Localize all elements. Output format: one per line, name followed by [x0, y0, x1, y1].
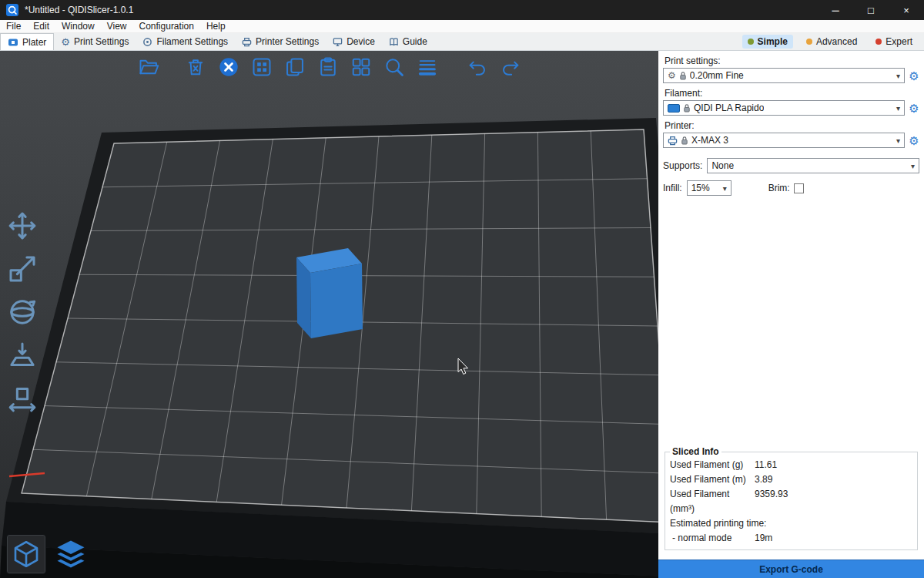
titlebar: *Untitled - QIDISlicer-1.0.1 ─ □ ×: [0, 0, 924, 20]
open-project-icon[interactable]: [137, 55, 160, 79]
simple-mode-dot-icon: [748, 39, 754, 45]
tab-plater[interactable]: Plater: [0, 33, 54, 50]
viewport-3d[interactable]: [0, 51, 658, 578]
menu-window[interactable]: Window: [55, 20, 101, 32]
menu-configuration[interactable]: Configuration: [133, 20, 200, 32]
menu-view[interactable]: View: [101, 20, 133, 32]
scene-canvas[interactable]: [0, 51, 658, 578]
preview-view-icon[interactable]: [51, 534, 91, 574]
print-settings-value: 0.20mm Fine: [690, 70, 744, 81]
split-to-parts-icon[interactable]: [350, 55, 373, 79]
menu-edit[interactable]: Edit: [27, 20, 55, 32]
tab-label: Device: [346, 36, 375, 47]
edit-print-settings-gear-icon[interactable]: ⚙: [907, 70, 921, 82]
mode-label: Advanced: [816, 36, 857, 47]
menubar: File Edit Window View Configuration Help: [0, 20, 924, 33]
infill-combo[interactable]: 15% ▾: [687, 180, 732, 196]
edit-filament-gear-icon[interactable]: ⚙: [907, 102, 921, 114]
rotate-icon[interactable]: [5, 294, 40, 330]
chevron-down-icon: ▾: [911, 162, 915, 170]
sliced-info-row: Used Filament (m) 3.89: [670, 472, 912, 487]
print-settings-combo[interactable]: ⚙ 0.20mm Fine ▾: [663, 68, 905, 83]
advanced-mode-dot-icon: [806, 39, 812, 45]
app-icon: [6, 4, 18, 16]
menu-file[interactable]: File: [0, 20, 27, 32]
move-icon[interactable]: [5, 208, 40, 244]
lock-icon: [680, 72, 686, 80]
close-icon[interactable]: ×: [889, 0, 924, 20]
filament-label: Filament:: [665, 88, 918, 99]
delete-all-icon[interactable]: [217, 55, 240, 79]
supports-combo[interactable]: None ▾: [707, 158, 919, 173]
printer-combo[interactable]: X-MAX 3 ▾: [663, 133, 905, 148]
tab-label: Printer Settings: [256, 36, 319, 47]
menu-help[interactable]: Help: [200, 20, 232, 32]
supports-value: None: [711, 160, 734, 171]
filament-combo[interactable]: QIDI PLA Rapido ▾: [663, 100, 905, 116]
paste-icon[interactable]: [316, 55, 340, 79]
mode-label: Expert: [886, 36, 912, 47]
chevron-down-icon: ▾: [896, 104, 900, 113]
minimize-icon[interactable]: ─: [818, 0, 853, 20]
infill-value: 15%: [691, 183, 710, 193]
supports-label: Supports:: [663, 160, 702, 171]
sliced-info-box: Sliced Info Used Filament (g) 11.61 Used…: [665, 446, 918, 550]
brim-label: Brim:: [768, 183, 790, 193]
undo-icon[interactable]: [466, 55, 489, 79]
chevron-down-icon: ▾: [896, 72, 900, 80]
brim-checkbox[interactable]: [794, 183, 804, 193]
tab-filament-settings[interactable]: Filament Settings: [136, 33, 235, 50]
tab-device[interactable]: Device: [326, 33, 382, 50]
variable-layer-height-icon[interactable]: [416, 55, 439, 79]
mode-selector: Simple Advanced Expert: [742, 33, 924, 50]
copy-icon[interactable]: [283, 55, 306, 79]
export-gcode-button[interactable]: Export G-code: [658, 560, 924, 578]
gizmo-toolbar: [5, 208, 40, 416]
delete-icon[interactable]: [184, 55, 207, 79]
mode-label: Simple: [758, 36, 788, 47]
sliced-info-row: Used Filament (mm³) 9359.93: [670, 487, 912, 516]
arrange-icon[interactable]: [250, 55, 273, 79]
plater-icon: [8, 37, 18, 48]
filament-value: QIDI PLA Rapido: [694, 102, 764, 113]
window-title: *Untitled - QIDISlicer-1.0.1: [25, 5, 133, 15]
filament-spool-icon: [142, 37, 152, 47]
tab-printer-settings[interactable]: Printer Settings: [235, 33, 326, 50]
chevron-down-icon: ▾: [723, 184, 727, 193]
tabbar: Plater ⚙ Print Settings Filament Setting…: [0, 33, 924, 51]
settings-panel: Print settings: ⚙ 0.20mm Fine ▾ ⚙ Filame…: [658, 51, 924, 578]
cube-front-face: [310, 264, 363, 338]
tab-guide[interactable]: Guide: [382, 33, 434, 50]
infill-label: Infill:: [663, 183, 682, 193]
printer-value: X-MAX 3: [691, 135, 728, 146]
filament-color-swatch: [668, 104, 680, 113]
measure-icon[interactable]: [5, 381, 40, 416]
expert-mode-dot-icon: [875, 39, 882, 45]
book-icon: [389, 37, 399, 47]
maximize-icon[interactable]: □: [853, 0, 889, 20]
tab-label: Filament Settings: [156, 36, 228, 47]
search-icon[interactable]: [383, 55, 406, 79]
model-cube[interactable]: [296, 248, 363, 338]
sliced-info-title: Sliced Info: [670, 446, 721, 457]
estimated-time-label-row: Estimated printing time:: [670, 516, 912, 531]
view-toolbar: [6, 534, 91, 574]
edit-printer-gear-icon[interactable]: ⚙: [907, 135, 921, 146]
monitor-icon: [333, 37, 343, 47]
gear-icon: ⚙: [61, 37, 70, 47]
place-on-face-icon[interactable]: [5, 338, 40, 373]
printer-icon: [242, 37, 252, 47]
chevron-down-icon: ▾: [896, 136, 900, 145]
redo-icon[interactable]: [499, 55, 522, 79]
mode-advanced[interactable]: Advanced: [801, 35, 862, 49]
app-window: *Untitled - QIDISlicer-1.0.1 ─ □ × File …: [0, 0, 924, 578]
mode-simple[interactable]: Simple: [742, 35, 793, 49]
tab-print-settings[interactable]: ⚙ Print Settings: [54, 33, 136, 50]
printer-icon: [668, 136, 678, 146]
mode-expert[interactable]: Expert: [870, 35, 918, 49]
scale-icon[interactable]: [5, 251, 40, 287]
lock-icon: [684, 104, 690, 113]
sliced-info-row: Used Filament (g) 11.61: [670, 458, 912, 472]
normal-mode-row: - normal mode 19m: [670, 531, 912, 546]
editor-view-icon[interactable]: [6, 534, 46, 574]
